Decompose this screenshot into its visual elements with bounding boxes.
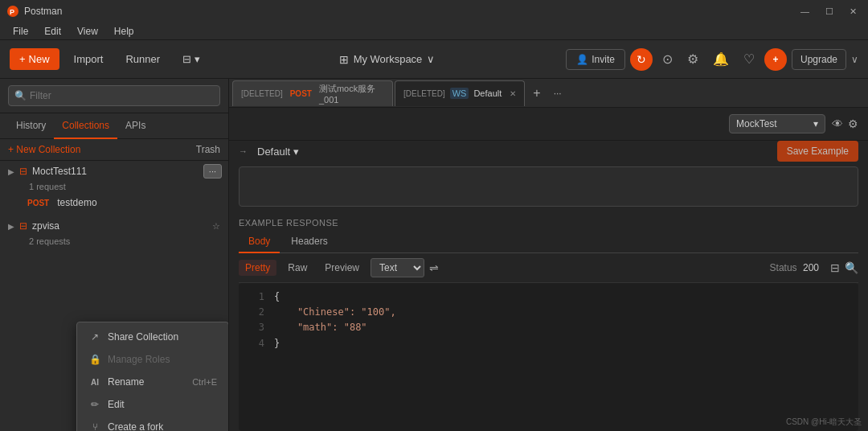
example-response-section: EXAMPLE RESPONSE Body Headers Pretty Raw… (239, 213, 858, 431)
fork-icon: ⑂ (88, 421, 101, 431)
menu-create-fork[interactable]: ⑂ Create a fork (77, 416, 228, 431)
spacer-arrow: → (239, 146, 248, 156)
collection-more-button[interactable]: ··· (203, 164, 222, 179)
request-item[interactable]: POST testdemo (0, 193, 228, 212)
format-raw-button[interactable]: Raw (281, 260, 313, 276)
example-response-label: EXAMPLE RESPONSE (239, 213, 858, 231)
search-code-icon-button[interactable]: 🔍 (845, 261, 858, 274)
minimize-button[interactable]: — (796, 5, 814, 18)
env-icons: 👁 ⚙ (832, 117, 858, 130)
menu-help[interactable]: Help (108, 24, 141, 39)
env-selector[interactable]: MockTest ▾ (729, 114, 825, 133)
menu-view[interactable]: View (71, 24, 104, 39)
menu-bar: File Edit View Help (0, 23, 868, 40)
settings-icon-button[interactable]: ⚙ (848, 117, 858, 130)
collection-item[interactable]: ▶ ⊟ MoctTest111 ★ ··· (0, 161, 228, 182)
save-example-button[interactable]: Save Example (777, 141, 858, 162)
tab-deleted-ws[interactable]: [DELETED] WS Default ✕ (395, 80, 525, 106)
tab-close-button[interactable]: ✕ (510, 89, 516, 98)
upgrade-button[interactable]: Upgrade (792, 49, 846, 70)
tab-deleted-label-1: [DELETED] (241, 89, 283, 98)
watermark: CSDN @Hi-暗天大圣 (786, 417, 862, 428)
collection-name: MoctTest111 (32, 166, 207, 177)
avatar-button[interactable]: + (764, 48, 787, 71)
response-header: → Default ▾ Save Example (239, 141, 858, 162)
tab-deleted-post[interactable]: [DELETED] POST 测试mock服务_001 (232, 80, 393, 106)
search-icon: 🔍 (14, 90, 27, 101)
method-badge-post: POST (24, 198, 52, 208)
title-bar: P Postman — ☐ ✕ (0, 0, 868, 23)
format-pretty-button[interactable]: Pretty (239, 260, 276, 276)
title-bar-left: P Postman (6, 5, 62, 18)
new-collection-button[interactable]: + New Collection (8, 144, 80, 155)
code-area: 1{ 2 "Chinese": "100", 3 "math": "88" 4} (239, 283, 858, 431)
eye-icon-button[interactable]: 👁 (832, 117, 843, 130)
heart-icon-button[interactable]: ♡ (739, 48, 760, 70)
workspace-button[interactable]: ⊞ My Workspace ∨ (330, 48, 445, 71)
gear-icon-button[interactable]: ⚙ (682, 48, 703, 70)
menu-edit[interactable]: ✏ Edit (77, 393, 228, 416)
notification-icon-button[interactable]: 🔔 (708, 48, 734, 70)
wrap-icon-button[interactable]: ⇌ (429, 261, 439, 274)
response-tabs: Body Headers (239, 231, 858, 253)
share-icon: ↗ (88, 331, 101, 343)
tab-more-button[interactable]: ··· (549, 88, 567, 99)
search-wrapper: 🔍 (8, 85, 220, 106)
default-arrow: ▾ (293, 146, 299, 158)
import-button[interactable]: Import (66, 48, 112, 70)
tab-ws-method: WS (450, 88, 469, 99)
invite-button[interactable]: 👤 Invite (566, 49, 625, 70)
env-arrow: ▾ (813, 118, 818, 129)
tab-deleted-label-2: [DELETED] (403, 89, 445, 98)
line-number: 4 (245, 336, 264, 351)
text-format-select[interactable]: Text JSON (371, 258, 424, 277)
chevron-right-icon-2: ▶ (8, 222, 14, 231)
resp-tab-headers[interactable]: Headers (281, 231, 337, 253)
satellite-icon-button[interactable]: ⊙ (657, 48, 678, 70)
sidebar-actions: + New Collection Trash (0, 139, 228, 161)
workspace-label: My Workspace (354, 53, 423, 65)
layout-button[interactable]: ⊟ ▾ (174, 48, 208, 70)
tab-collections[interactable]: Collections (54, 113, 117, 139)
runner-button[interactable]: Runner (117, 48, 168, 70)
app-title: Postman (24, 6, 62, 17)
tab-ws-name: Default (473, 88, 502, 98)
line-number: 1 (245, 289, 264, 305)
search-input[interactable] (8, 85, 220, 106)
menu-share-collection[interactable]: ↗ Share Collection (77, 326, 228, 348)
collection-item-zpvisa[interactable]: ▶ ⊟ zpvisa ☆ (0, 216, 228, 236)
workspace-icon: ⊞ (339, 53, 349, 66)
new-button[interactable]: + New (10, 48, 59, 70)
toolbar-right: 👤 Invite ↻ ⊙ ⚙ 🔔 ♡ + Upgrade ∨ (566, 48, 858, 71)
menu-share-label: Share Collection (108, 331, 178, 343)
request-area: MockTest ▾ 👁 ⚙ (229, 108, 868, 141)
collection-icon-2: ⊟ (19, 220, 27, 232)
trash-button[interactable]: Trash (196, 144, 220, 155)
toolbar: + New Import Runner ⊟ ▾ ⊞ My Workspace ∨… (0, 40, 868, 79)
main-content: [DELETED] POST 测试mock服务_001 [DELETED] WS… (229, 79, 868, 431)
code-line-2: 2 "Chinese": "100", (245, 305, 852, 320)
tab-post-name: 测试mock服务_001 (319, 83, 384, 105)
menu-manage-roles-label: Manage Roles (108, 354, 170, 365)
upgrade-arrow: ∨ (851, 54, 858, 65)
close-button[interactable]: ✕ (845, 5, 862, 18)
copy-icon-button[interactable]: ⊟ (830, 261, 840, 274)
menu-rename-label: Rename (108, 376, 144, 388)
resp-tab-body[interactable]: Body (239, 231, 280, 253)
menu-edit[interactable]: Edit (38, 24, 68, 39)
collection-star-zpvisa[interactable]: ☆ (212, 221, 220, 232)
line-number: 3 (245, 320, 264, 335)
sync-button[interactable]: ↻ (630, 48, 653, 71)
new-label: New (29, 53, 50, 65)
maximize-button[interactable]: ☐ (821, 5, 838, 18)
menu-file[interactable]: File (6, 24, 35, 39)
tabs-row: [DELETED] POST 测试mock服务_001 [DELETED] WS… (229, 79, 868, 108)
collection-mocttest111: ▶ ⊟ MoctTest111 ★ ··· 1 request POST tes… (0, 161, 228, 212)
tab-history[interactable]: History (8, 113, 54, 139)
menu-rename[interactable]: AI Rename Ctrl+E (77, 371, 228, 393)
sidebar: 🔍 History Collections APIs + New Collect… (0, 79, 229, 431)
format-preview-button[interactable]: Preview (318, 260, 366, 276)
tab-apis[interactable]: APIs (117, 113, 154, 139)
default-label: Default ▾ (257, 146, 299, 158)
add-tab-button[interactable]: + (526, 86, 547, 101)
